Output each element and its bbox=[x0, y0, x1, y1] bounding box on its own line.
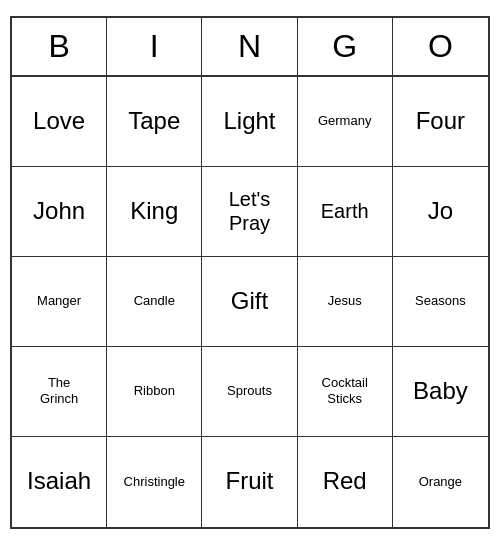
cell-text-1-4: Jo bbox=[428, 197, 453, 226]
cell-text-2-2: Gift bbox=[231, 287, 268, 316]
header-letter-B: B bbox=[12, 18, 107, 75]
bingo-cell-0-4: Four bbox=[393, 77, 488, 167]
bingo-cell-1-2: Let's Pray bbox=[202, 167, 297, 257]
cell-text-2-0: Manger bbox=[37, 293, 81, 309]
bingo-cell-2-3: Jesus bbox=[298, 257, 393, 347]
bingo-cell-0-0: Love bbox=[12, 77, 107, 167]
cell-text-1-3: Earth bbox=[321, 199, 369, 223]
bingo-cell-2-1: Candle bbox=[107, 257, 202, 347]
bingo-cell-0-3: Germany bbox=[298, 77, 393, 167]
bingo-cell-1-4: Jo bbox=[393, 167, 488, 257]
bingo-card: BINGO LoveTapeLightGermanyFourJohnKingLe… bbox=[10, 16, 490, 529]
cell-text-4-1: Christingle bbox=[124, 474, 185, 490]
bingo-header: BINGO bbox=[12, 18, 488, 77]
bingo-cell-2-2: Gift bbox=[202, 257, 297, 347]
bingo-cell-2-0: Manger bbox=[12, 257, 107, 347]
cell-text-1-0: John bbox=[33, 197, 85, 226]
cell-text-0-2: Light bbox=[223, 107, 275, 136]
cell-text-3-3: Cocktail Sticks bbox=[322, 375, 368, 406]
cell-text-2-3: Jesus bbox=[328, 293, 362, 309]
bingo-cell-0-2: Light bbox=[202, 77, 297, 167]
header-letter-O: O bbox=[393, 18, 488, 75]
cell-text-0-4: Four bbox=[416, 107, 465, 136]
cell-text-4-2: Fruit bbox=[225, 467, 273, 496]
cell-text-3-2: Sprouts bbox=[227, 383, 272, 399]
cell-text-3-4: Baby bbox=[413, 377, 468, 406]
header-letter-G: G bbox=[298, 18, 393, 75]
bingo-cell-4-2: Fruit bbox=[202, 437, 297, 527]
header-letter-I: I bbox=[107, 18, 202, 75]
bingo-cell-3-3: Cocktail Sticks bbox=[298, 347, 393, 437]
bingo-cell-4-3: Red bbox=[298, 437, 393, 527]
cell-text-0-3: Germany bbox=[318, 113, 371, 129]
cell-text-4-3: Red bbox=[323, 467, 367, 496]
header-letter-N: N bbox=[202, 18, 297, 75]
bingo-cell-3-1: Ribbon bbox=[107, 347, 202, 437]
bingo-grid: LoveTapeLightGermanyFourJohnKingLet's Pr… bbox=[12, 77, 488, 527]
bingo-cell-3-2: Sprouts bbox=[202, 347, 297, 437]
bingo-cell-4-4: Orange bbox=[393, 437, 488, 527]
cell-text-2-1: Candle bbox=[134, 293, 175, 309]
cell-text-0-0: Love bbox=[33, 107, 85, 136]
cell-text-4-4: Orange bbox=[419, 474, 462, 490]
bingo-cell-1-0: John bbox=[12, 167, 107, 257]
cell-text-3-1: Ribbon bbox=[134, 383, 175, 399]
bingo-cell-4-1: Christingle bbox=[107, 437, 202, 527]
bingo-cell-2-4: Seasons bbox=[393, 257, 488, 347]
bingo-cell-0-1: Tape bbox=[107, 77, 202, 167]
cell-text-1-2: Let's Pray bbox=[229, 187, 271, 235]
bingo-cell-3-0: The Grinch bbox=[12, 347, 107, 437]
bingo-cell-1-1: King bbox=[107, 167, 202, 257]
bingo-cell-3-4: Baby bbox=[393, 347, 488, 437]
cell-text-4-0: Isaiah bbox=[27, 467, 91, 496]
cell-text-2-4: Seasons bbox=[415, 293, 466, 309]
cell-text-0-1: Tape bbox=[128, 107, 180, 136]
bingo-cell-4-0: Isaiah bbox=[12, 437, 107, 527]
bingo-cell-1-3: Earth bbox=[298, 167, 393, 257]
cell-text-3-0: The Grinch bbox=[40, 375, 78, 406]
cell-text-1-1: King bbox=[130, 197, 178, 226]
